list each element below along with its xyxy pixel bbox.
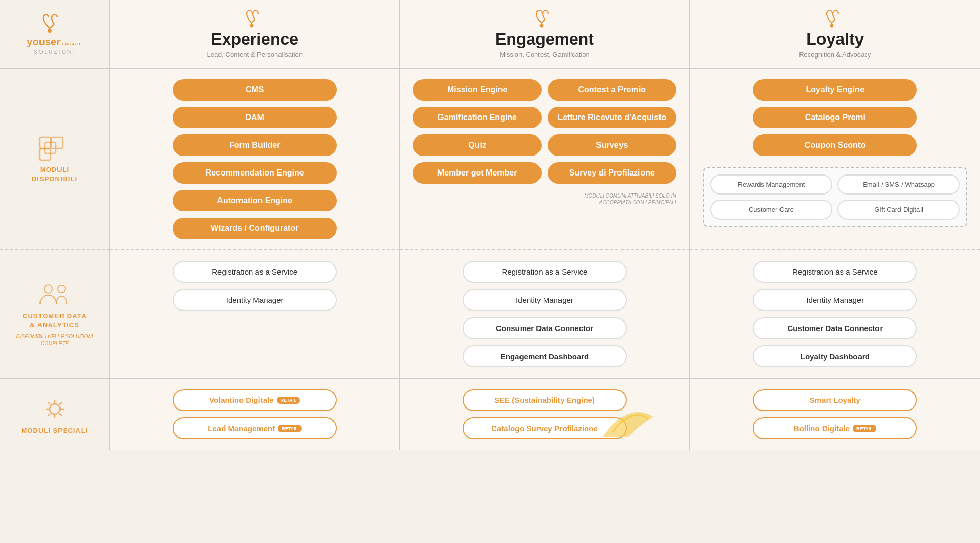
email-sms-whatsapp-button[interactable]: Email / SMS / Whatsapp [837,174,960,195]
svg-point-0 [48,29,52,33]
automation-engine-button[interactable]: Automation Engine [173,190,337,211]
wizards-configurator-button[interactable]: Wizards / Configurator [173,218,337,239]
customer-data-icon [37,281,73,312]
loyalty-modules-section: Loyalty Engine Catalogo Premi Coupon Sco… [690,69,980,250]
contest-a-premio-button[interactable]: Contest a Premio [548,79,676,101]
customer-data-connector-button[interactable]: Customer Data Connector [753,317,917,339]
coupon-sconto-button[interactable]: Coupon Sconto [753,134,917,156]
lead-management-label: Lead Management [208,424,275,433]
form-builder-button[interactable]: Form Builder [173,134,337,156]
logo-soluzioni: SOLUZIONI [34,49,75,55]
experience-customer-data-section: Registration as a Service Identity Manag… [110,250,400,379]
engagement-title: Engagement [495,30,594,49]
volantino-digitale-button[interactable]: Volantino Digitale RETAIL [173,389,337,411]
smart-loyalty-button[interactable]: Smart Loyalty [753,389,917,411]
moduli-speciali-icon [37,393,73,426]
volantino-digitale-label: Volantino Digitale [209,396,274,404]
loyalty-customer-data-section: Registration as a Service Identity Manag… [690,250,980,379]
loyalty-identity-manager-button[interactable]: Identity Manager [753,289,917,311]
surveys-button[interactable]: Surveys [548,134,676,156]
svg-point-10 [50,404,60,414]
experience-subtitle: Lead, Content & Personalisation [207,51,302,59]
catalogo-premi-button[interactable]: Catalogo Premi [753,107,917,128]
moduli-speciali-label: MODULI SPECIALI [0,379,110,450]
moduli-comuni-dashed-box: Rewards Management Email / SMS / Whatsap… [703,167,967,227]
logo-engage: ENGAGE [62,42,83,46]
loyalty-dashboard-button[interactable]: Loyalty Dashboard [753,345,917,367]
customer-care-button[interactable]: Customer Care [710,200,833,220]
experience-title: Experience [211,30,298,49]
loyalty-subtitle: Recognition & Advocacy [799,51,871,59]
moduli-speciali-title: MODULI SPECIALI [22,426,88,435]
engagement-subtitle: Mission, Contest, Gamification [499,51,590,59]
bollino-digitale-button[interactable]: Bollino Digitale RETAIL [753,417,917,439]
survey-di-profilazione-button[interactable]: Survey di Profilazione [548,162,676,184]
experience-header: Experience Lead, Content & Personalisati… [110,0,400,69]
customer-data-label: CUSTOMER DATA& ANALYTICS DISPONIBILI NEL… [0,250,110,379]
youser-logo-icon [41,13,69,36]
svg-point-9 [58,285,65,293]
engagement-registration-button[interactable]: Registration as a Service [463,261,627,283]
bollino-retail-badge: RETAIL [853,425,876,432]
engagement-special-section: SEE (Sustainability Engine) Catalogo Sur… [400,379,690,450]
loyalty-title: Loyalty [806,30,864,49]
rewards-management-button[interactable]: Rewards Management [710,174,833,195]
engagement-modules-grid: Mission Engine Contest a Premio Gamifica… [413,79,676,184]
svg-point-2 [539,24,543,28]
logo-youser: youser [27,36,61,48]
loyalty-special-section: Smart Loyalty Bollino Digitale RETAIL [690,379,980,450]
dam-button[interactable]: DAM [173,107,337,128]
experience-icon [245,9,265,30]
experience-special-section: Volantino Digitale RETAIL Lead Managemen… [110,379,400,450]
gamification-engine-button[interactable]: Gamification Engine [413,107,542,128]
mission-engine-button[interactable]: Mission Engine [413,79,542,101]
engagement-header: Engagement Mission, Contest, Gamificatio… [400,0,690,69]
logo-cell: youser ENGAGE SOLUZIONI [0,0,110,69]
engagement-modules-section: Mission Engine Contest a Premio Gamifica… [400,69,690,250]
bollino-digitale-label: Bollino Digitale [794,424,850,433]
decoration-triangle [597,391,658,444]
quiz-button[interactable]: Quiz [413,134,542,156]
svg-point-1 [250,24,253,28]
gift-card-digitali-button[interactable]: Gift Card Digitali [837,200,960,220]
experience-registration-button[interactable]: Registration as a Service [173,261,337,283]
lead-management-button[interactable]: Lead Management RETAIL [173,417,337,439]
loyalty-engine-button[interactable]: Loyalty Engine [753,79,917,101]
engagement-dashboard-button[interactable]: Engagement Dashboard [463,345,627,367]
volantino-retail-badge: RETAIL [277,397,301,404]
moduli-comuni-note: MODULI COMUNI ATTIVABILI SOLO IN ACCOPPI… [584,192,676,206]
engagement-identity-manager-button[interactable]: Identity Manager [463,289,627,311]
experience-modules-section: CMS DAM Form Builder Recommendation Engi… [110,69,400,250]
customer-data-title: CUSTOMER DATA& ANALYTICS [23,312,87,330]
moduli-comuni-container: MODULI COMUNI ATTIVABILI SOLO IN ACCOPPI… [413,190,676,210]
cms-button[interactable]: CMS [173,79,337,101]
smart-loyalty-label: Smart Loyalty [810,396,861,404]
loyalty-registration-button[interactable]: Registration as a Service [753,261,917,283]
loyalty-icon [825,9,845,30]
recommendation-engine-button[interactable]: Recommendation Engine [173,162,337,184]
moduli-disponibili-title: MODULIDISPONIBILI [32,165,77,184]
lead-management-retail-badge: RETAIL [278,425,302,432]
engagement-customer-data-section: Registration as a Service Identity Manag… [400,250,690,379]
moduli-disponibili-label: MODULIDISPONIBILI [0,69,110,250]
member-get-member-button[interactable]: Member get Member [413,162,542,184]
customer-data-desc: DISPONIBILI NELLE SOLUZIONI COMPLETE [8,333,102,347]
loyalty-header: Loyalty Recognition & Advocacy [690,0,980,69]
consumer-data-connector-button[interactable]: Consumer Data Connector [463,317,627,339]
letture-ricevute-button[interactable]: Letture Ricevute d'Acquisto [548,107,676,128]
moduli-comuni-grid: Rewards Management Email / SMS / Whatsap… [710,174,960,220]
engagement-icon [534,9,555,30]
svg-point-8 [44,285,52,293]
moduli-icon [37,134,73,165]
experience-identity-manager-button[interactable]: Identity Manager [173,289,337,311]
svg-point-3 [830,24,834,28]
